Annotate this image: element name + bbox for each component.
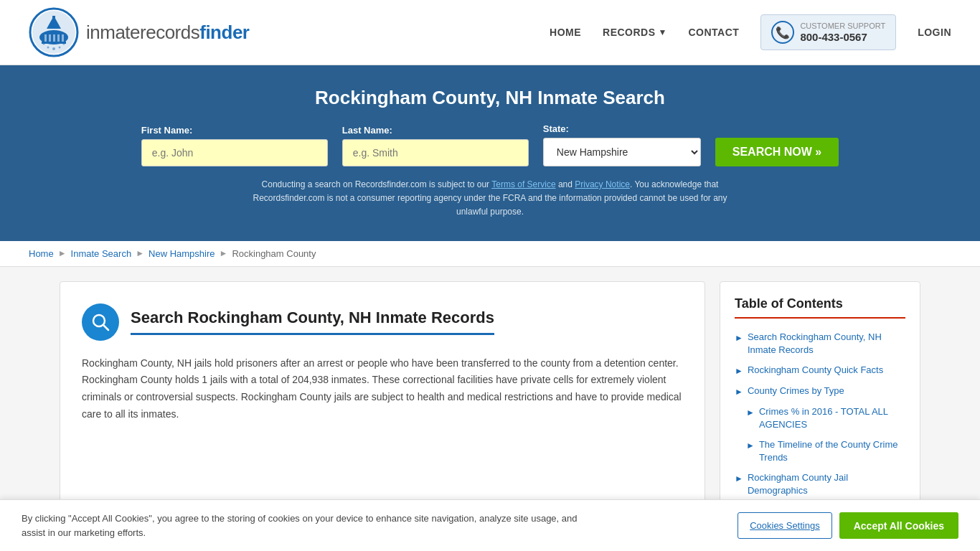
disclaimer: Conducting a search on Recordsfinder.com… [239,178,741,220]
sidebar: Table of Contents ► Search Rockingham Co… [720,281,920,517]
nav-login[interactable]: LOGIN [918,27,951,38]
article-title: Search Rockingham County, NH Inmate Reco… [131,309,494,335]
svg-rect-10 [62,34,64,42]
search-svg-icon [90,312,110,332]
breadcrumb-current: Rockingham County [232,248,316,259]
accept-all-cookies-button[interactable]: Accept All Cookies [839,512,958,531]
breadcrumb: Home ► Inmate Search ► New Hampshire ► R… [0,241,980,267]
first-name-input[interactable] [141,139,328,166]
toc-item-label: Rockingham County Quick Facts [748,364,883,377]
toc-item-label: Crimes % in 2016 - TOTAL ALL AGENCIES [759,405,905,431]
cookie-buttons: Cookies Settings Accept All Cookies [738,512,958,531]
bc-sep-3: ► [220,248,228,258]
logo-area: inmaterecordsfinder [29,7,249,57]
toc-item[interactable]: ► County Crimes by Type [735,381,905,402]
nav-home[interactable]: HOME [550,27,581,38]
svg-rect-5 [52,16,55,22]
search-banner: Rockingham County, NH Inmate Search Firs… [0,65,980,241]
svg-rect-11 [42,42,66,44]
svg-point-14 [59,47,61,49]
article-title-wrapper: Search Rockingham County, NH Inmate Reco… [131,309,494,335]
toc-chevron-4: ► [746,407,755,419]
last-name-input[interactable] [342,139,529,166]
toc-chevron-6: ► [735,473,743,485]
svg-rect-8 [53,34,55,42]
svg-rect-6 [44,34,47,42]
support-label: CUSTOMER SUPPORT [800,22,885,31]
logo-text: inmaterecordsfinder [86,22,249,44]
cookie-text: By clicking "Accept All Cookies", you ag… [22,512,595,531]
state-label: State: [543,123,701,134]
table-of-contents: Table of Contents ► Search Rockingham Co… [720,281,920,517]
breadcrumb-inmate-search[interactable]: Inmate Search [71,248,132,259]
toc-item[interactable]: ► Search Rockingham County, NH Inmate Re… [735,327,905,360]
toc-chevron-1: ► [735,332,743,344]
chevron-down-icon: ▼ [659,27,667,37]
privacy-link[interactable]: Privacy Notice [575,179,630,189]
article-body: Rockingham County, NH jails hold prisone… [82,355,683,423]
nav-records[interactable]: RECORDS ▼ [603,27,666,38]
state-group: State: New Hampshire Alabama Alaska Ariz… [543,123,701,166]
toc-chevron-5: ► [746,440,755,452]
toc-title: Table of Contents [735,296,905,319]
main-content: Search Rockingham County, NH Inmate Reco… [31,281,949,517]
toc-item[interactable]: ► Rockingham County Quick Facts [735,360,905,381]
toc-item[interactable]: ► Crimes % in 2016 - TOTAL ALL AGENCIES [735,402,905,435]
toc-item-label: The Timeline of the County Crime Trends [759,438,905,464]
svg-line-18 [103,325,108,330]
support-info: CUSTOMER SUPPORT 800-433-0567 [800,22,885,43]
svg-point-15 [43,43,45,45]
tos-link[interactable]: Terms of Service [491,179,555,189]
first-name-group: First Name: [141,125,328,166]
toc-item[interactable]: ► The Timeline of the County Crime Trend… [735,435,905,468]
bc-sep-2: ► [136,248,144,258]
support-number: 800-433-0567 [800,31,885,43]
header: inmaterecordsfinder HOME RECORDS ▼ CONTA… [0,0,980,65]
search-form: First Name: Last Name: State: New Hampsh… [29,123,951,166]
svg-rect-7 [49,34,51,42]
search-button[interactable]: SEARCH NOW » [715,138,839,166]
article-header: Search Rockingham County, NH Inmate Reco… [82,303,683,341]
first-name-label: First Name: [141,125,328,136]
last-name-label: Last Name: [342,125,529,136]
bc-sep-1: ► [58,248,67,258]
logo-icon [29,7,79,57]
phone-icon: 📞 [771,21,794,44]
svg-point-13 [47,47,50,49]
toc-item-label: Search Rockingham County, NH Inmate Reco… [748,331,905,357]
svg-point-16 [63,43,65,45]
toc-chevron-3: ► [735,386,743,398]
toc-item[interactable]: ► Rockingham County Jail Demographics [735,468,905,501]
toc-chevron-2: ► [735,365,743,377]
breadcrumb-home[interactable]: Home [29,248,54,259]
cookie-banner: By clicking "Accept All Cookies", you ag… [0,499,980,531]
svg-point-12 [52,47,55,50]
search-icon [82,303,119,341]
banner-title: Rockingham County, NH Inmate Search [29,87,951,109]
article: Search Rockingham County, NH Inmate Reco… [60,281,705,517]
toc-item-label: Rockingham County Jail Demographics [748,471,905,497]
state-select[interactable]: New Hampshire Alabama Alaska Arizona Cal… [543,138,701,166]
toc-item-label: County Crimes by Type [748,385,844,397]
svg-rect-9 [57,34,60,42]
cookies-settings-button[interactable]: Cookies Settings [738,512,832,531]
nav: HOME RECORDS ▼ CONTACT 📞 CUSTOMER SUPPOR… [550,14,951,50]
nav-contact[interactable]: CONTACT [688,27,739,38]
customer-support[interactable]: 📞 CUSTOMER SUPPORT 800-433-0567 [760,14,896,50]
breadcrumb-new-hampshire[interactable]: New Hampshire [149,248,215,259]
last-name-group: Last Name: [342,125,529,166]
